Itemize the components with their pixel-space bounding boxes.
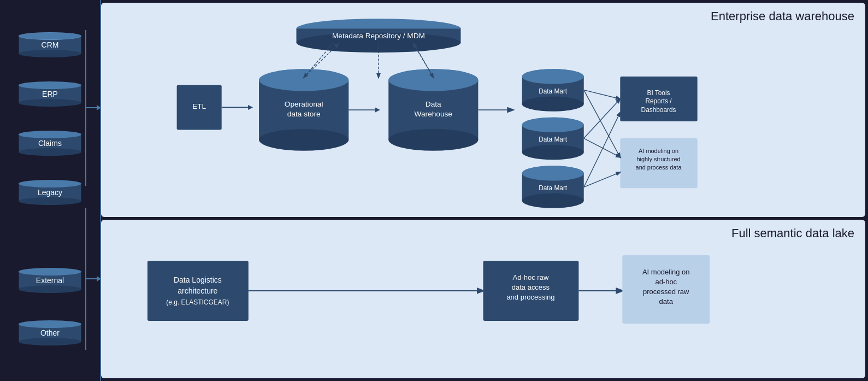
semantic-lake-section: Full semantic data lake Data Logistics a… bbox=[101, 220, 865, 378]
svg-point-17 bbox=[259, 69, 349, 91]
svg-line-64 bbox=[584, 172, 621, 187]
svg-point-39 bbox=[522, 69, 584, 84]
svg-text:processed raw: processed raw bbox=[643, 288, 689, 296]
svg-text:Data: Data bbox=[426, 100, 441, 108]
svg-line-61 bbox=[584, 99, 621, 138]
svg-text:architecture: architecture bbox=[178, 286, 217, 295]
claims-cylinder: Claims bbox=[19, 131, 81, 156]
svg-point-43 bbox=[522, 145, 584, 160]
svg-rect-55 bbox=[620, 138, 697, 188]
svg-text:ETL: ETL bbox=[192, 102, 206, 110]
svg-marker-13 bbox=[248, 105, 253, 110]
external-cylinder: External bbox=[19, 268, 81, 293]
svg-text:AI modeling on: AI modeling on bbox=[639, 148, 678, 154]
svg-text:data store: data store bbox=[287, 110, 321, 118]
svg-text:Warehouse: Warehouse bbox=[415, 110, 452, 118]
svg-text:Data Logistics: Data Logistics bbox=[174, 276, 222, 284]
svg-text:ad-hoc: ad-hoc bbox=[655, 278, 677, 286]
crm-cylinder: CRM bbox=[19, 32, 81, 57]
svg-text:highly structured: highly structured bbox=[636, 156, 680, 162]
svg-point-25 bbox=[388, 69, 478, 91]
svg-point-24 bbox=[388, 129, 478, 151]
svg-text:Data Mart: Data Mart bbox=[539, 184, 568, 192]
other-cylinder: Other bbox=[19, 320, 81, 345]
svg-text:and processing: and processing bbox=[506, 293, 554, 301]
erp-cylinder: ERP bbox=[19, 81, 81, 107]
svg-text:Dashboards: Dashboards bbox=[641, 106, 676, 114]
svg-point-48 bbox=[522, 193, 584, 208]
svg-point-38 bbox=[522, 96, 584, 111]
svg-text:Ad-hoc raw: Ad-hoc raw bbox=[513, 273, 549, 282]
legacy-cylinder: Legacy bbox=[19, 180, 81, 205]
svg-marker-21 bbox=[375, 108, 380, 113]
svg-text:Operational: Operational bbox=[285, 100, 323, 108]
svg-marker-2 bbox=[97, 105, 101, 110]
svg-text:Data Mart: Data Mart bbox=[539, 87, 568, 95]
svg-point-16 bbox=[259, 129, 349, 151]
svg-text:Metadata Repository / MDM: Metadata Repository / MDM bbox=[332, 32, 425, 40]
svg-point-44 bbox=[522, 118, 584, 132]
svg-text:and process data: and process data bbox=[636, 164, 682, 171]
svg-text:Reports /: Reports / bbox=[645, 97, 672, 105]
svg-text:Data Mart: Data Mart bbox=[539, 136, 568, 143]
svg-text:data access: data access bbox=[512, 283, 550, 291]
enterprise-section: Enterprise data warehouse Metadata Repos… bbox=[101, 3, 865, 217]
svg-text:data: data bbox=[659, 297, 674, 306]
svg-text:AI modeling on: AI modeling on bbox=[642, 268, 690, 276]
svg-marker-5 bbox=[97, 276, 101, 282]
svg-text:(e.g. ELASTICGEAR): (e.g. ELASTICGEAR) bbox=[166, 298, 229, 306]
svg-point-49 bbox=[522, 166, 584, 180]
svg-text:BI Tools: BI Tools bbox=[647, 89, 670, 97]
svg-line-59 bbox=[584, 90, 621, 99]
